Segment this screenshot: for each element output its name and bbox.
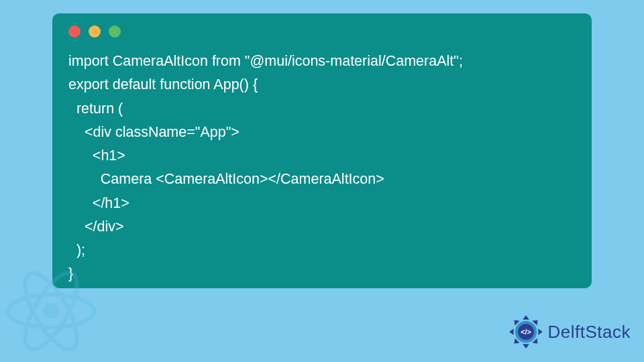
svg-point-0	[43, 303, 58, 318]
window-traffic-lights	[68, 25, 576, 38]
brand-name: DelftStack	[548, 322, 631, 343]
svg-text:</>: </>	[521, 328, 531, 336]
react-logo-watermark-icon	[4, 264, 98, 358]
close-dot-icon	[68, 25, 80, 38]
code-block: import CameraAltIcon from "@mui/icons-ma…	[68, 50, 576, 286]
maximize-dot-icon	[109, 25, 121, 38]
svg-marker-6	[538, 328, 542, 335]
svg-marker-4	[523, 315, 529, 319]
minimize-dot-icon	[89, 25, 101, 38]
svg-marker-8	[523, 344, 529, 348]
brand-badge: </> DelftStack	[508, 314, 631, 350]
code-card: import CameraAltIcon from "@mui/icons-ma…	[52, 13, 592, 288]
svg-marker-10	[509, 328, 513, 335]
delftstack-logo-icon: </>	[508, 314, 544, 350]
